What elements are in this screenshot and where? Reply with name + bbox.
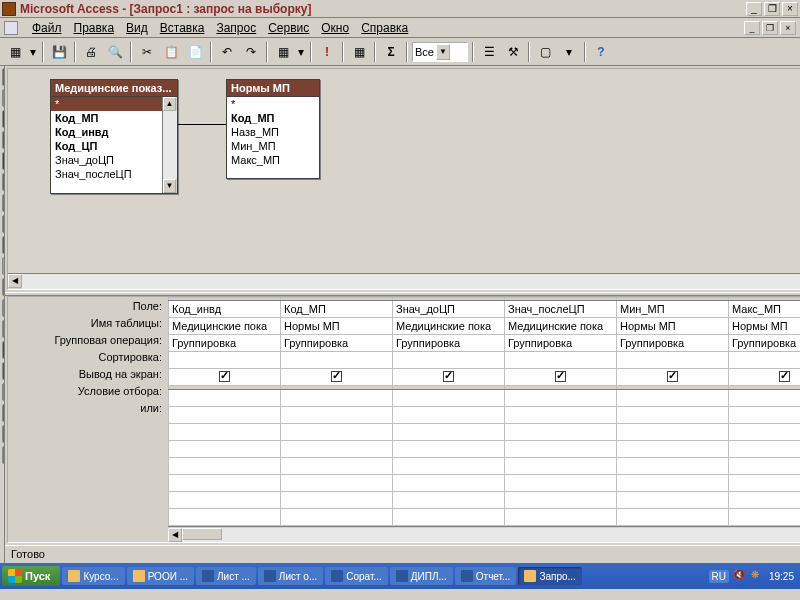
grid-cell[interactable] <box>393 390 505 407</box>
mdi-minimize-button[interactable]: _ <box>744 21 760 35</box>
table-field[interactable]: * <box>51 97 177 111</box>
menu-view[interactable]: Вид <box>120 19 154 37</box>
grid-cell[interactable] <box>393 369 505 386</box>
restore-button[interactable]: ❐ <box>764 2 780 16</box>
run-button[interactable]: ! <box>316 41 338 63</box>
grid-cell[interactable] <box>169 407 281 424</box>
grid-cell[interactable] <box>617 475 729 492</box>
taskbar-item[interactable]: Курсо... <box>62 567 124 585</box>
table-field[interactable]: Знач_послеЦП <box>51 167 177 181</box>
grid-cell[interactable] <box>169 352 281 369</box>
menu-window[interactable]: Окно <box>315 19 355 37</box>
grid-cell[interactable]: Группировка <box>617 335 729 352</box>
grid-cell[interactable]: Группировка <box>505 335 617 352</box>
grid-cell[interactable] <box>281 424 393 441</box>
grid-cell[interactable] <box>505 369 617 386</box>
grid-cell[interactable] <box>393 424 505 441</box>
grid-cell[interactable] <box>505 407 617 424</box>
taskbar-item[interactable]: Лист о... <box>258 567 323 585</box>
totals-button[interactable]: Σ <box>380 41 402 63</box>
properties-button[interactable]: ☰ <box>478 41 500 63</box>
show-checkbox[interactable] <box>779 371 790 382</box>
cut-button[interactable]: ✂ <box>136 41 158 63</box>
grid-cell[interactable]: Макс_МП <box>729 301 801 318</box>
menu-file[interactable]: Файл <box>26 19 68 37</box>
grid-cell[interactable]: Медицинские пока <box>505 318 617 335</box>
table-field[interactable]: Знач_доЦП <box>51 153 177 167</box>
grid-cell[interactable] <box>729 509 801 526</box>
undo-button[interactable]: ↶ <box>216 41 238 63</box>
grid-cell[interactable] <box>729 407 801 424</box>
grid-cell[interactable]: Нормы МП <box>281 318 393 335</box>
grid-cell[interactable] <box>617 492 729 509</box>
copy-button[interactable]: 📋 <box>160 41 182 63</box>
grid-cell[interactable]: Группировка <box>393 335 505 352</box>
grid-cell[interactable]: Группировка <box>281 335 393 352</box>
grid-cell[interactable]: Группировка <box>729 335 801 352</box>
grid-cell[interactable] <box>281 369 393 386</box>
grid-cell[interactable] <box>729 369 801 386</box>
table-field[interactable]: Макс_МП <box>227 153 319 167</box>
grid-cell[interactable] <box>281 475 393 492</box>
menu-help[interactable]: Справка <box>355 19 414 37</box>
table-field[interactable]: Код_инвд <box>51 125 177 139</box>
taskbar-item[interactable]: ДИПЛ... <box>390 567 453 585</box>
grid-cell[interactable] <box>169 492 281 509</box>
help-button[interactable]: ? <box>590 41 612 63</box>
grid-cell[interactable] <box>617 509 729 526</box>
grid-cell[interactable]: Код_инвд <box>169 301 281 318</box>
language-indicator[interactable]: RU <box>709 570 729 583</box>
tray-icon[interactable]: 🔇 <box>733 569 747 583</box>
close-button[interactable]: × <box>782 2 798 16</box>
show-checkbox[interactable] <box>443 371 454 382</box>
dbwindow-button[interactable]: ▢ <box>534 41 556 63</box>
taskbar-item[interactable]: Отчет... <box>455 567 517 585</box>
grid-cell[interactable] <box>393 352 505 369</box>
grid-cell[interactable] <box>169 509 281 526</box>
grid-cell[interactable] <box>169 475 281 492</box>
grid-cell[interactable] <box>505 424 617 441</box>
grid-cell[interactable] <box>505 441 617 458</box>
querytype-dropdown[interactable]: ▾ <box>296 41 306 63</box>
grid-cell[interactable]: Знач_послеЦП <box>505 301 617 318</box>
scroll-down-icon[interactable]: ▼ <box>163 179 176 193</box>
grid-cell[interactable]: Нормы МП <box>617 318 729 335</box>
chevron-down-icon[interactable]: ▼ <box>436 44 450 60</box>
grid-cell[interactable] <box>617 424 729 441</box>
show-checkbox[interactable] <box>667 371 678 382</box>
preview-button[interactable]: 🔍 <box>104 41 126 63</box>
grid-cell[interactable] <box>281 390 393 407</box>
scroll-thumb[interactable] <box>182 528 222 540</box>
print-button[interactable]: 🖨 <box>80 41 102 63</box>
build-button[interactable]: ⚒ <box>502 41 524 63</box>
grid-cell[interactable]: Код_МП <box>281 301 393 318</box>
grid-cell[interactable] <box>617 390 729 407</box>
grid-cell[interactable] <box>393 441 505 458</box>
table-field[interactable]: * <box>227 97 319 111</box>
show-checkbox[interactable] <box>555 371 566 382</box>
grid-cell[interactable] <box>393 475 505 492</box>
query-tables-pane[interactable]: Медицинские показ... ▲ ▼ *Код_МПКод_инвд… <box>7 68 800 290</box>
showtable-button[interactable]: ▦ <box>348 41 370 63</box>
grid-cell[interactable] <box>505 509 617 526</box>
minimize-button[interactable]: _ <box>746 2 762 16</box>
menu-tools[interactable]: Сервис <box>262 19 315 37</box>
grid-cell[interactable] <box>505 458 617 475</box>
grid-cell[interactable]: Мин_МП <box>617 301 729 318</box>
tray-icon[interactable]: ❋ <box>751 569 765 583</box>
grid-cell[interactable] <box>281 458 393 475</box>
grid-cell[interactable] <box>729 475 801 492</box>
grid-cell[interactable] <box>281 407 393 424</box>
grid-cell[interactable] <box>281 509 393 526</box>
grid-cell[interactable] <box>281 352 393 369</box>
taskbar-item[interactable]: РООИ ... <box>127 567 194 585</box>
view-button[interactable]: ▦ <box>4 41 26 63</box>
grid-cell[interactable]: Знач_доЦП <box>393 301 505 318</box>
taskbar-item[interactable]: Запро... <box>518 567 581 585</box>
grid-cell[interactable]: Медицинские пока <box>169 318 281 335</box>
table-field[interactable]: Код_МП <box>227 111 319 125</box>
grid-cell[interactable] <box>617 352 729 369</box>
relationship-line[interactable] <box>178 124 226 125</box>
grid-cell[interactable] <box>729 441 801 458</box>
grid-cell[interactable] <box>393 509 505 526</box>
